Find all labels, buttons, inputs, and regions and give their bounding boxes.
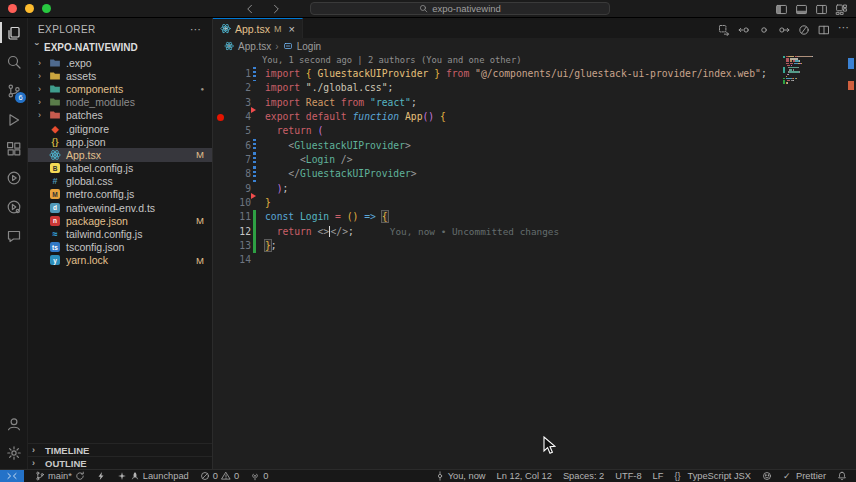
more-actions-icon[interactable]: ⋯ (838, 22, 850, 34)
close-window-button[interactable] (8, 4, 17, 13)
status-encoding[interactable]: UTF-8 (615, 470, 641, 482)
tree-file-app-json[interactable]: {}app.json (28, 135, 212, 148)
tree-file-app-tsx[interactable]: App.tsxM (28, 148, 212, 161)
forward-icon[interactable] (270, 3, 282, 15)
git-modified-bar (253, 139, 256, 153)
section-outline[interactable]: ›OUTLINE (28, 456, 212, 469)
open-changes-icon[interactable] (718, 22, 730, 34)
code-line-9[interactable]: 9 ); (213, 182, 856, 196)
code-area[interactable]: You, 1 second ago | 2 authors (You and o… (213, 54, 856, 469)
zoom-window-button[interactable] (42, 4, 51, 13)
tree-folder-components[interactable]: ›components● (28, 82, 212, 95)
breakpoint-gutter[interactable] (213, 139, 227, 153)
activity-item-extensions[interactable] (0, 134, 28, 163)
breakpoint-gutter[interactable] (213, 210, 227, 224)
previous-change-icon[interactable] (738, 22, 750, 34)
next-change-icon[interactable] (778, 22, 790, 34)
toggle-panel-icon[interactable] (795, 2, 808, 15)
tree-file-package-json[interactable]: npackage.jsonM (28, 214, 212, 227)
breakpoint-gutter[interactable] (213, 196, 227, 210)
breakpoint-gutter[interactable] (213, 225, 227, 239)
activity-item-search[interactable] (0, 47, 28, 76)
status-problems[interactable]: 00 (200, 470, 239, 482)
code-line-12[interactable]: 12 return <></>;You, now • Uncommitted c… (213, 225, 856, 239)
status-eol[interactable]: LF (653, 470, 664, 482)
status-remote-indicator[interactable] (0, 470, 24, 482)
activity-item-accounts[interactable] (0, 409, 28, 438)
breakpoint-gutter[interactable] (213, 96, 227, 110)
breakpoint-gutter[interactable] (213, 239, 227, 253)
code-line-5[interactable]: 5 return ( (213, 124, 856, 138)
close-icon[interactable]: × (289, 23, 295, 35)
tree-file-yarn-lock[interactable]: yyarn.lockM (28, 254, 212, 267)
code-line-1[interactable]: 1import { GluestackUIProvider } from "@/… (213, 67, 856, 81)
code-line-4[interactable]: 4export default function App() { (213, 110, 856, 124)
code-line-13[interactable]: 13}; (213, 239, 856, 253)
code-line-10[interactable]: 10} (213, 196, 856, 210)
toggle-secondary-sidebar-icon[interactable] (815, 2, 828, 15)
tree-folder-patches[interactable]: ›patches (28, 109, 212, 122)
traffic-lights[interactable] (8, 4, 51, 13)
activity-item-circle-play-tool[interactable] (0, 163, 28, 192)
activity-item-explorer[interactable] (0, 18, 28, 47)
project-root-row[interactable]: › EXPO-NATIVEWIND (28, 40, 212, 54)
code-line-14[interactable]: 14 (213, 253, 856, 267)
minimize-window-button[interactable] (25, 4, 34, 13)
breakpoint-gutter[interactable] (213, 182, 227, 196)
status-git-branch[interactable]: main* (35, 470, 85, 482)
more-actions-icon[interactable]: ⋯ (190, 23, 202, 36)
breakpoint-gutter[interactable] (213, 81, 227, 95)
command-center-search[interactable]: expo-nativewind (310, 2, 610, 15)
breakpoint-gutter[interactable] (213, 67, 227, 81)
tree-file--gitignore[interactable]: ◆.gitignore (28, 122, 212, 135)
tab-app-tsx[interactable]: App.tsx M × (213, 18, 303, 38)
tree-file-babel-config-js[interactable]: Bbabel.config.js (28, 162, 212, 175)
activity-item-source-control[interactable]: 6 (0, 76, 28, 105)
gitlens-annotate-icon[interactable] (798, 22, 810, 34)
tree-file-tailwind-config-js[interactable]: ≈tailwind.config.js (28, 227, 212, 240)
code-line-6[interactable]: 6 <GluestackUIProvider> (213, 139, 856, 153)
activity-item-settings[interactable] (0, 438, 28, 467)
compare-change-icon[interactable] (758, 22, 770, 34)
tree-file-tsconfig-json[interactable]: tstsconfig.json (28, 241, 212, 254)
code-line-11[interactable]: 11const Login = () => { (213, 210, 856, 224)
activity-item-circle-run-tool[interactable] (0, 192, 28, 221)
code-line-3[interactable]: 3import React from "react"; (213, 96, 856, 110)
codelens-annotation[interactable]: You, 1 second ago | 2 authors (You and o… (213, 54, 856, 67)
tree-folder-node-modules[interactable]: ›node_modules (28, 96, 212, 109)
status-cursor-position[interactable]: Ln 12, Col 12 (497, 470, 552, 482)
tree-folder-assets[interactable]: ›assets (28, 69, 212, 82)
status-blame-status[interactable]: You, now (435, 470, 486, 482)
tree-file-nativewind-env-d-ts[interactable]: dnativewind-env.d.ts (28, 201, 212, 214)
customize-layout-icon[interactable] (835, 2, 848, 15)
code-line-8[interactable]: 8 </GluestackUIProvider> (213, 167, 856, 181)
split-editor-icon[interactable] (818, 22, 830, 34)
breakpoint-gutter[interactable] (213, 153, 227, 167)
status-formatter[interactable]: ✓Prettier (783, 470, 826, 482)
status-ports[interactable]: 0 (250, 470, 268, 482)
status-notifications[interactable] (837, 470, 847, 482)
code-line-7[interactable]: 7 <Login /> (213, 153, 856, 167)
section-timeline[interactable]: ›TIMELINE (28, 443, 212, 456)
breadcrumb-file[interactable]: App.tsx (238, 41, 271, 52)
breadcrumb-symbol[interactable]: Login (297, 41, 321, 52)
activity-item-run-debug[interactable] (0, 105, 28, 134)
back-icon[interactable] (244, 3, 256, 15)
breakpoint-gutter[interactable] (213, 253, 227, 267)
status-feedback-smiley[interactable] (762, 470, 772, 482)
status-indentation[interactable]: Spaces: 2 (563, 470, 604, 482)
tree-file-global-css[interactable]: #global.css (28, 175, 212, 188)
breakpoint-gutter[interactable] (213, 167, 227, 181)
activity-item-chat-tool[interactable] (0, 221, 28, 250)
status-gitlens-launchpad[interactable]: Launchpad (117, 470, 189, 482)
status-gitlens-bolt[interactable] (96, 470, 106, 482)
file-icon-glyph: B (50, 163, 60, 173)
toggle-sidebar-icon[interactable] (775, 2, 788, 15)
tree-file-metro-config-js[interactable]: Mmetro.config.js (28, 188, 212, 201)
status-language-mode[interactable]: {}TypeScript JSX (674, 470, 751, 482)
tree-folder--expo[interactable]: ›.expo (28, 56, 212, 69)
breakpoint-gutter[interactable] (213, 110, 227, 124)
minimap[interactable] (786, 56, 812, 87)
code-line-2[interactable]: 2import "./global.css"; (213, 81, 856, 95)
breakpoint-gutter[interactable] (213, 124, 227, 138)
